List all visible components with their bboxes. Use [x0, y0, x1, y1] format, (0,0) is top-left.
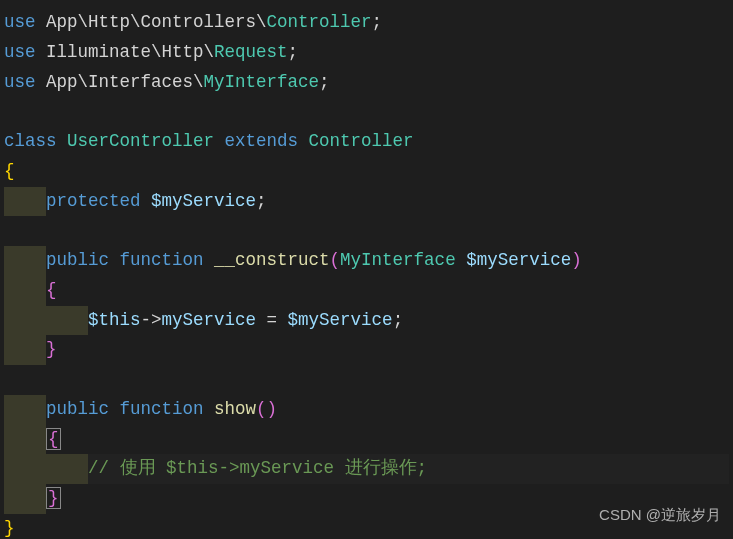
indent [46, 306, 88, 336]
parameter-type: MyInterface [340, 250, 456, 270]
semicolon: ; [393, 310, 404, 330]
keyword-public: public [46, 399, 109, 419]
indent [4, 425, 46, 455]
namespace-path: Illuminate\Http\ [36, 42, 215, 62]
indent [4, 335, 46, 365]
class-reference: MyInterface [204, 72, 320, 92]
blank-line [4, 365, 729, 395]
code-line: class UserController extends Controller [4, 127, 729, 157]
code-line: { [4, 425, 729, 455]
open-paren: ( [330, 250, 341, 270]
code-editor: use App\Http\Controllers\Controller; use… [4, 8, 729, 539]
close-brace: } [46, 487, 61, 509]
semicolon: ; [319, 72, 330, 92]
indent [4, 246, 46, 276]
open-brace: { [46, 280, 57, 300]
assign-var: $myService [288, 310, 393, 330]
parent-class: Controller [298, 131, 414, 151]
keyword-function: function [109, 399, 214, 419]
close-paren: ) [571, 250, 582, 270]
code-line: use App\Http\Controllers\Controller; [4, 8, 729, 38]
code-line: $this->myService = $myService; [4, 306, 729, 336]
code-line: { [4, 157, 729, 187]
indent [4, 395, 46, 425]
close-brace: } [46, 339, 57, 359]
arrow-operator: -> [141, 310, 162, 330]
this-var: $this [88, 310, 141, 330]
indent [4, 276, 46, 306]
code-line: use Illuminate\Http\Request; [4, 38, 729, 68]
class-name: UserController [57, 131, 225, 151]
namespace-path: App\Interfaces\ [36, 72, 204, 92]
property-name: $myService [141, 191, 257, 211]
comment: // 使用 $this->myService 进行操作; [88, 458, 427, 478]
keyword-use: use [4, 72, 36, 92]
open-brace: { [4, 161, 15, 181]
indent [46, 454, 88, 484]
equals-operator: = [256, 310, 288, 330]
code-line: protected $myService; [4, 187, 729, 217]
keyword-public: public [46, 250, 109, 270]
code-line: } [4, 335, 729, 365]
keyword-protected: protected [46, 191, 141, 211]
indent [4, 454, 46, 484]
indent [4, 187, 46, 217]
namespace-path: App\Http\Controllers\ [36, 12, 267, 32]
blank-line [4, 97, 729, 127]
semicolon: ; [372, 12, 383, 32]
open-brace: { [46, 428, 61, 450]
class-reference: Request [214, 42, 288, 62]
code-line-active: // 使用 $this->myService 进行操作; [4, 454, 729, 484]
keyword-use: use [4, 12, 36, 32]
watermark: CSDN @逆旅岁月 [599, 502, 721, 528]
method-name: __construct [214, 250, 330, 270]
code-line: public function show() [4, 395, 729, 425]
keyword-function: function [109, 250, 214, 270]
method-name: show [214, 399, 256, 419]
code-line: public function __construct(MyInterface … [4, 246, 729, 276]
keyword-extends: extends [225, 131, 299, 151]
class-reference: Controller [267, 12, 372, 32]
keyword-class: class [4, 131, 57, 151]
property-access: myService [162, 310, 257, 330]
open-paren: ( [256, 399, 267, 419]
blank-line [4, 216, 729, 246]
code-line: { [4, 276, 729, 306]
semicolon: ; [256, 191, 267, 211]
indent [4, 306, 46, 336]
keyword-use: use [4, 42, 36, 62]
parameter-var: $myService [456, 250, 572, 270]
indent [4, 484, 46, 514]
semicolon: ; [288, 42, 299, 62]
close-paren: ) [267, 399, 278, 419]
close-brace: } [4, 518, 15, 538]
code-line: use App\Interfaces\MyInterface; [4, 68, 729, 98]
